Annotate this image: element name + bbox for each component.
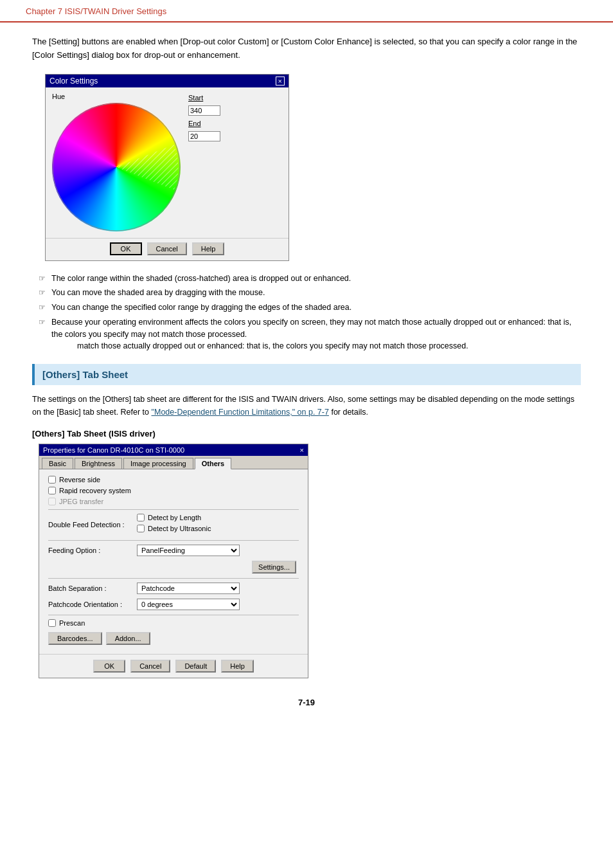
dialog-close-button[interactable]: × xyxy=(276,77,285,86)
patchcode-orientation-select[interactable]: 0 degrees xyxy=(137,599,240,610)
dialog-title-bar: Color Settings × xyxy=(46,75,289,87)
section-link[interactable]: "Mode-Dependent Function Limitations," o… xyxy=(152,408,329,417)
detect-ultrasonic-label: Detect by Ultrasonic xyxy=(148,525,211,532)
props-default-button[interactable]: Default xyxy=(175,660,216,673)
main-content: The [Setting] buttons are enabled when [… xyxy=(0,23,613,739)
props-help-button[interactable]: Help xyxy=(221,660,254,673)
end-value-input[interactable] xyxy=(188,131,220,141)
color-wheel xyxy=(52,103,181,231)
list-item: The color range within the shaded (cross… xyxy=(39,273,581,285)
dialog-controls: Start End xyxy=(188,93,220,231)
props-tabs: Basic Brightness Image processing Others xyxy=(39,456,308,469)
rapid-recovery-label: Rapid recovery system xyxy=(59,487,131,494)
patchcode-orientation-label: Patchcode Orientation : xyxy=(48,601,132,608)
list-item: You can move the shaded area by dragging… xyxy=(39,287,581,299)
jpeg-transfer-label: JPEG transfer xyxy=(59,498,103,505)
double-feed-label: Double Feed Detection : xyxy=(48,521,132,529)
tab-brightness[interactable]: Brightness xyxy=(75,458,122,469)
tab-others[interactable]: Others xyxy=(195,458,231,469)
detect-length-label: Detect by Length xyxy=(148,514,201,521)
dialog-body: Hue xyxy=(46,87,289,238)
separator-4 xyxy=(48,615,299,615)
start-value-input[interactable] xyxy=(188,105,220,116)
prescan-checkbox[interactable] xyxy=(48,619,56,627)
color-settings-dialog-wrapper: Color Settings × Hue xyxy=(45,74,581,261)
action-buttons: Barcodes... Addon... xyxy=(48,632,299,645)
chapter-title: Chapter 7 ISIS/TWAIN Driver Settings xyxy=(26,6,166,16)
double-feed-checkboxes: Detect by Length Detect by Ultrasonic xyxy=(137,514,211,536)
hue-label: Hue xyxy=(52,93,65,100)
batch-separation-select[interactable]: Patchcode xyxy=(137,583,240,594)
section-header: [Others] Tab Sheet xyxy=(32,364,581,385)
barcodes-button[interactable]: Barcodes... xyxy=(48,632,102,645)
jpeg-transfer-row: JPEG transfer xyxy=(48,498,299,505)
props-cancel-button[interactable]: Cancel xyxy=(130,660,170,673)
props-title-text: Properties for Canon DR-4010C on STI-000… xyxy=(43,446,184,454)
batch-separation-row: Batch Separation : Patchcode xyxy=(48,583,299,594)
double-feed-row: Double Feed Detection : Detect by Length… xyxy=(48,514,299,536)
batch-separation-label: Batch Separation : xyxy=(48,584,132,592)
props-title-bar: Properties for Canon DR-4010C on STI-000… xyxy=(39,444,308,456)
rapid-recovery-row: Rapid recovery system xyxy=(48,487,299,494)
color-dialog-ok-button[interactable]: OK xyxy=(110,242,142,255)
dialog-footer-buttons: OK Cancel Help xyxy=(46,238,289,260)
feeding-option-label: Feeding Option : xyxy=(48,547,132,554)
page-header: Chapter 7 ISIS/TWAIN Driver Settings xyxy=(0,0,613,23)
detect-ultrasonic-checkbox[interactable] xyxy=(137,525,145,532)
prescan-label: Prescan xyxy=(59,619,85,627)
notes-list: The color range within the shaded (cross… xyxy=(39,273,581,353)
separator-2 xyxy=(48,540,299,541)
rapid-recovery-checkbox[interactable] xyxy=(48,487,56,494)
tab-basic[interactable]: Basic xyxy=(42,458,73,469)
section-body: The settings on the [Others] tab sheet a… xyxy=(32,393,581,419)
detect-ultrasonic-row: Detect by Ultrasonic xyxy=(137,525,211,532)
detect-length-checkbox[interactable] xyxy=(137,514,145,521)
color-wheel-area: Hue xyxy=(52,93,181,231)
intro-paragraph: The [Setting] buttons are enabled when [… xyxy=(32,35,581,62)
settings-button[interactable]: Settings... xyxy=(252,561,296,574)
dialog-title-text: Color Settings xyxy=(49,77,98,86)
jpeg-transfer-checkbox[interactable] xyxy=(48,498,56,505)
list-item: Because your operating environment affec… xyxy=(39,316,581,352)
list-item: You can change the specified color range… xyxy=(39,302,581,314)
props-ok-button[interactable]: OK xyxy=(93,660,125,673)
color-wheel-svg xyxy=(52,103,181,231)
props-dialog: Properties for Canon DR-4010C on STI-000… xyxy=(39,444,308,678)
reverse-side-row: Reverse side xyxy=(48,476,299,484)
sub-section-title: [Others] Tab Sheet (ISIS driver) xyxy=(32,429,581,439)
separator-3 xyxy=(48,578,299,579)
color-settings-dialog: Color Settings × Hue xyxy=(45,74,289,261)
section-title: [Others] Tab Sheet xyxy=(42,369,573,380)
props-footer: OK Cancel Default Help xyxy=(39,654,308,678)
end-label: End xyxy=(188,120,220,127)
note-continuation: match those actually dropped out or enha… xyxy=(51,340,581,352)
tab-image-processing[interactable]: Image processing xyxy=(123,458,193,469)
color-dialog-help-button[interactable]: Help xyxy=(192,242,225,255)
detect-length-row: Detect by Length xyxy=(137,514,211,521)
prescan-row: Prescan xyxy=(48,619,299,627)
page-number: 7-19 xyxy=(32,698,581,720)
reverse-side-checkbox[interactable] xyxy=(48,476,56,484)
feeding-option-row: Feeding Option : PanelFeeding xyxy=(48,545,299,556)
feeding-option-select[interactable]: PanelFeeding xyxy=(137,545,240,556)
color-dialog-cancel-button[interactable]: Cancel xyxy=(147,242,187,255)
separator-1 xyxy=(48,509,299,510)
reverse-side-label: Reverse side xyxy=(59,476,100,484)
start-label: Start xyxy=(188,94,220,102)
props-body: Reverse side Rapid recovery system JPEG … xyxy=(39,469,308,654)
props-dialog-wrapper: Properties for Canon DR-4010C on STI-000… xyxy=(32,444,581,678)
addon-button[interactable]: Addon... xyxy=(106,632,150,645)
props-close-button[interactable]: × xyxy=(300,446,304,454)
settings-button-row: Settings... xyxy=(48,561,299,574)
patchcode-orientation-row: Patchcode Orientation : 0 degrees xyxy=(48,599,299,610)
